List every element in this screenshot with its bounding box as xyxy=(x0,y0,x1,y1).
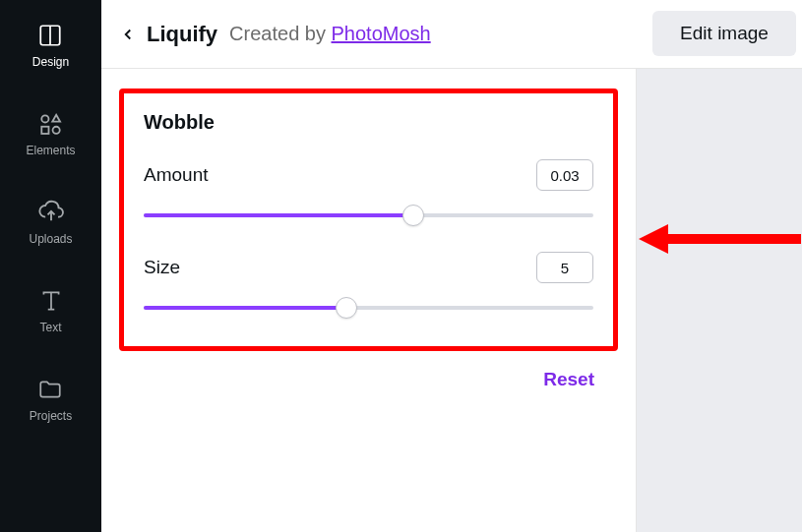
amount-slider[interactable] xyxy=(144,205,593,226)
author-link[interactable]: PhotoMosh xyxy=(332,23,431,44)
elements-icon xyxy=(37,110,65,138)
back-button[interactable]: Liquify xyxy=(119,22,217,47)
size-control: Size xyxy=(144,252,593,319)
uploads-icon xyxy=(37,199,65,226)
sidebar-item-label: Text xyxy=(39,321,61,334)
amount-label: Amount xyxy=(144,164,208,186)
created-by-text: Created by PhotoMosh xyxy=(229,23,431,45)
svg-rect-3 xyxy=(41,126,48,133)
left-sidebar: Design Elements Uploads Text Projects xyxy=(0,0,101,532)
svg-marker-6 xyxy=(639,224,668,254)
sidebar-item-elements[interactable]: Elements xyxy=(26,110,75,157)
size-slider[interactable] xyxy=(144,297,593,319)
chevron-left-icon xyxy=(119,26,137,43)
projects-icon xyxy=(36,376,64,403)
sidebar-item-label: Design xyxy=(32,55,69,69)
amount-control: Amount xyxy=(144,159,593,226)
section-title: Wobble xyxy=(144,111,593,134)
size-label: Size xyxy=(144,257,180,278)
svg-point-2 xyxy=(41,115,48,122)
main-area: Liquify Created by PhotoMosh Wobble Amou… xyxy=(101,0,802,532)
sidebar-item-label: Projects xyxy=(30,409,72,423)
edit-image-button[interactable]: Edit image xyxy=(652,11,796,56)
reset-button[interactable]: Reset xyxy=(543,369,594,390)
svg-point-4 xyxy=(53,126,60,133)
slider-thumb[interactable] xyxy=(336,297,357,319)
slider-thumb[interactable] xyxy=(402,205,424,226)
wobble-section-highlight: Wobble Amount Size xyxy=(119,89,618,351)
sidebar-item-projects[interactable]: Projects xyxy=(30,376,72,423)
page-title: Liquify xyxy=(147,22,217,47)
content-row: Wobble Amount Size xyxy=(101,69,802,532)
sidebar-item-uploads[interactable]: Uploads xyxy=(29,199,72,246)
sidebar-item-text[interactable]: Text xyxy=(37,287,65,334)
sidebar-item-design[interactable]: Design xyxy=(32,22,69,69)
sidebar-item-label: Uploads xyxy=(29,232,72,246)
design-icon xyxy=(36,22,64,49)
canvas-area: Edit image xyxy=(637,69,802,532)
sidebar-item-label: Elements xyxy=(26,144,75,157)
annotation-arrow-icon xyxy=(639,219,802,259)
size-input[interactable] xyxy=(536,252,593,283)
amount-input[interactable] xyxy=(536,159,593,191)
settings-panel: Wobble Amount Size xyxy=(101,69,637,532)
text-icon xyxy=(37,287,65,315)
